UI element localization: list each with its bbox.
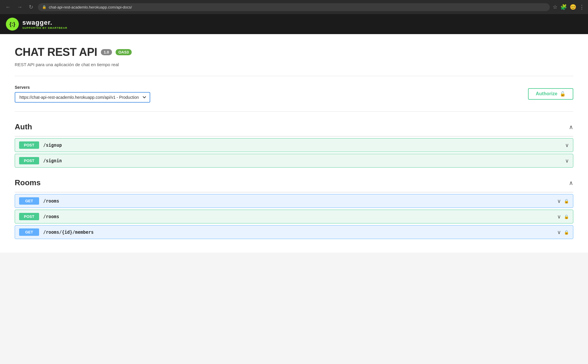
bookmark-button[interactable]: ☆ <box>553 4 557 10</box>
servers-section: Servers https://chat-api-rest-academlo.h… <box>15 76 573 112</box>
endpoint-path: /signin <box>43 158 561 163</box>
url-text: chat-api-rest-academlo.herokuapp.com/api… <box>49 5 546 9</box>
endpoint-row[interactable]: GET/rooms∨🔒 <box>15 194 573 208</box>
section-title-auth: Auth <box>15 122 32 131</box>
section-title-rooms: Rooms <box>15 178 41 187</box>
refresh-button[interactable]: ↻ <box>27 3 35 11</box>
back-button[interactable]: ← <box>4 4 12 11</box>
profile-button[interactable]: 😊 <box>570 4 576 10</box>
main-content: CHAT REST API 1.0 OAS3 REST API para una… <box>0 34 588 253</box>
endpoint-lock-icon: 🔒 <box>564 230 569 235</box>
endpoint-lock-icon: 🔒 <box>564 199 569 203</box>
endpoint-chevron-icon: ∨ <box>565 158 569 164</box>
endpoint-actions: ∨ <box>565 142 569 148</box>
endpoint-row[interactable]: POST/signin∨ <box>15 154 573 168</box>
endpoint-chevron-icon: ∨ <box>565 142 569 148</box>
method-badge-post: POST <box>19 141 39 149</box>
swagger-logo-symbol: {:} <box>9 21 15 27</box>
section-auth: Auth∧POST/signup∨POST/signin∨ <box>15 118 573 168</box>
section-rooms: Rooms∧GET/rooms∨🔒POST/rooms∨🔒GET/rooms/{… <box>15 173 573 239</box>
api-description: REST API para una aplicación de chat en … <box>15 62 573 67</box>
servers-select[interactable]: https://chat-api-rest-academlo.herokuapp… <box>15 92 150 103</box>
authorize-lock-icon: 🔓 <box>560 91 566 97</box>
browser-actions: ☆ 🧩 😊 ⋮ <box>553 4 584 10</box>
endpoint-actions: ∨🔒 <box>557 198 569 204</box>
browser-chrome: ← → ↻ 🔒 chat-api-rest-academlo.herokuapp… <box>0 0 588 14</box>
endpoint-path: /signup <box>43 143 561 148</box>
section-header-rooms[interactable]: Rooms∧ <box>15 173 573 192</box>
endpoint-row[interactable]: POST/signup∨ <box>15 138 573 152</box>
servers-left: Servers https://chat-api-rest-academlo.h… <box>15 85 150 103</box>
address-bar[interactable]: 🔒 chat-api-rest-academlo.herokuapp.com/a… <box>38 3 550 11</box>
endpoint-lock-icon: 🔒 <box>564 214 569 219</box>
version-badge: 1.0 <box>101 49 112 55</box>
endpoint-row[interactable]: POST/rooms∨🔒 <box>15 210 573 223</box>
endpoint-actions: ∨🔒 <box>557 213 569 220</box>
endpoint-path: /rooms <box>43 214 553 219</box>
endpoint-path: /rooms/{id}/members <box>43 230 553 235</box>
swagger-logo: {:} <box>6 18 19 31</box>
authorize-label: Authorize <box>536 91 557 96</box>
endpoint-actions: ∨🔒 <box>557 229 569 236</box>
section-chevron-auth: ∧ <box>569 123 573 131</box>
endpoint-actions: ∨ <box>565 158 569 164</box>
endpoint-chevron-icon: ∨ <box>557 229 561 236</box>
authorize-button[interactable]: Authorize 🔓 <box>528 88 573 100</box>
forward-button[interactable]: → <box>15 4 24 11</box>
api-title-section: CHAT REST API 1.0 OAS3 REST API para una… <box>15 46 573 76</box>
swagger-brand: swagger. Supported by SMARTBEAR <box>22 19 67 29</box>
method-badge-post: POST <box>19 157 39 164</box>
endpoint-row[interactable]: GET/rooms/{id}/members∨🔒 <box>15 225 573 239</box>
method-badge-get: GET <box>19 228 39 236</box>
endpoint-chevron-icon: ∨ <box>557 198 561 204</box>
method-badge-get: GET <box>19 197 39 205</box>
section-chevron-rooms: ∧ <box>569 179 573 186</box>
oas-badge: OAS3 <box>116 49 132 55</box>
sections-container: Auth∧POST/signup∨POST/signin∨Rooms∧GET/r… <box>15 118 573 239</box>
menu-button[interactable]: ⋮ <box>579 4 584 10</box>
secure-lock-icon: 🔒 <box>42 5 46 9</box>
servers-label: Servers <box>15 85 150 90</box>
api-title: CHAT REST API <box>15 46 97 59</box>
swagger-powered: Supported by SMARTBEAR <box>22 26 67 29</box>
method-badge-post: POST <box>19 213 39 220</box>
swagger-header: {:} swagger. Supported by SMARTBEAR <box>0 14 588 34</box>
api-title-row: CHAT REST API 1.0 OAS3 <box>15 46 573 59</box>
endpoint-path: /rooms <box>43 198 553 204</box>
section-header-auth[interactable]: Auth∧ <box>15 118 573 136</box>
extensions-button[interactable]: 🧩 <box>560 4 567 10</box>
swagger-name: swagger. <box>22 19 67 26</box>
endpoint-chevron-icon: ∨ <box>557 213 561 220</box>
